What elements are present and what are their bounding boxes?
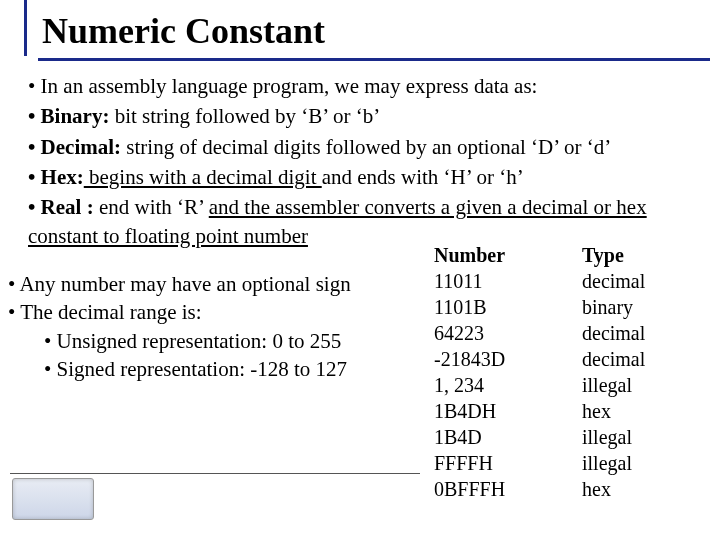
cell-type: hex	[564, 398, 702, 424]
table-row: 1101B binary	[434, 294, 704, 320]
cell-type: illegal	[564, 372, 702, 398]
bullet-hex-rest: and ends with ‘H’ or ‘h’	[322, 165, 524, 189]
cell-number: 1B4DH	[434, 398, 564, 424]
table-row: 0BFFFH hex	[434, 476, 704, 502]
bullet-hex: • Hex: begins with a decimal digit and e…	[28, 163, 720, 191]
bullet-intro: • In an assembly language program, we ma…	[28, 72, 720, 100]
bullet-hex-label: • Hex:	[28, 165, 84, 189]
cell-number: FFFFH	[434, 450, 564, 476]
cell-type: binary	[564, 294, 702, 320]
table-row: -21843D decimal	[434, 346, 704, 372]
footer-logo	[12, 478, 94, 520]
cell-number: 1, 234	[434, 372, 564, 398]
cell-type: illegal	[564, 424, 702, 450]
cell-number: 1B4D	[434, 424, 564, 450]
bullet-unsigned: • Unsigned representation: 0 to 255	[8, 327, 428, 355]
bullet-real-text-a: end with ‘R’	[94, 195, 209, 219]
header-number: Number	[434, 242, 564, 268]
bullet-decimal-label: • Decimal:	[28, 135, 121, 159]
cell-type: illegal	[564, 450, 702, 476]
bullet-binary-text: bit string followed by ‘B’ or ‘b’	[109, 104, 380, 128]
header-type: Type	[564, 242, 702, 268]
cell-number: 1101B	[434, 294, 564, 320]
cell-number: 0BFFFH	[434, 476, 564, 502]
cell-number: 64223	[434, 320, 564, 346]
table-row: 64223 decimal	[434, 320, 704, 346]
bullet-decimal-text: string of decimal digits followed by an …	[121, 135, 611, 159]
bullet-sign: • Any number may have an optional sign	[8, 270, 428, 298]
bullet-hex-underlined: begins with a decimal digit	[84, 165, 322, 189]
bullet-signed: • Signed representation: -128 to 127	[8, 355, 428, 383]
cell-number: 11011	[434, 268, 564, 294]
footer-rule	[10, 473, 420, 474]
cell-number: -21843D	[434, 346, 564, 372]
slide: Numeric Constant • In an assembly langua…	[0, 0, 720, 540]
number-type-table: Number Type 11011 decimal 1101B binary 6…	[434, 242, 704, 502]
bullet-decimal: • Decimal: string of decimal digits foll…	[28, 133, 720, 161]
bullet-binary-label: • Binary:	[28, 104, 109, 128]
cell-type: hex	[564, 476, 702, 502]
top-bullet-block: • In an assembly language program, we ma…	[28, 72, 720, 252]
bullet-binary: • Binary: bit string followed by ‘B’ or …	[28, 102, 720, 130]
table-row: 1, 234 illegal	[434, 372, 704, 398]
bullet-range: • The decimal range is:	[8, 298, 428, 326]
table-row: 1B4D illegal	[434, 424, 704, 450]
table-header: Number Type	[434, 242, 704, 268]
title-underline: Numeric Constant	[38, 4, 710, 61]
table-row: 1B4DH hex	[434, 398, 704, 424]
cell-type: decimal	[564, 268, 702, 294]
slide-title: Numeric Constant	[38, 4, 710, 58]
left-bullet-block: • Any number may have an optional sign •…	[8, 270, 428, 383]
table-row: 11011 decimal	[434, 268, 704, 294]
title-vertical-rule	[24, 0, 27, 56]
table-row: FFFFH illegal	[434, 450, 704, 476]
bullet-real-label: • Real :	[28, 195, 94, 219]
cell-type: decimal	[564, 320, 702, 346]
cell-type: decimal	[564, 346, 702, 372]
